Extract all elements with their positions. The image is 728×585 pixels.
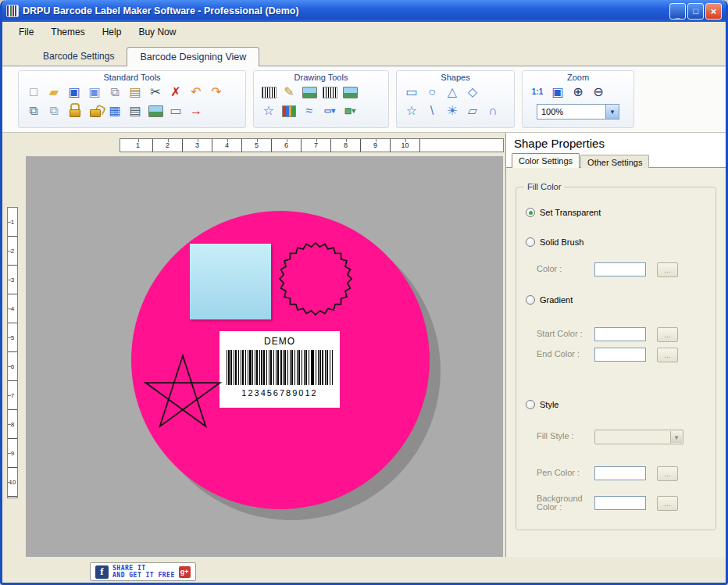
radio-style[interactable] (526, 400, 535, 409)
shape-ellipse-icon[interactable]: ○ (422, 83, 442, 102)
facebook-icon[interactable]: f (95, 565, 109, 579)
radio-gradient[interactable] (526, 295, 535, 305)
blue-square-shape[interactable] (190, 244, 271, 319)
start-color-input[interactable] (594, 327, 646, 341)
unlock-icon[interactable] (84, 102, 105, 120)
menu-help[interactable]: Help (94, 24, 130, 40)
ruler-mark-10: 10 (8, 468, 17, 497)
minimize-button-icon[interactable]: _ (669, 3, 686, 20)
panel-tab-other-settings[interactable]: Other Settings (580, 155, 649, 168)
new-document-icon[interactable]: □ (23, 83, 44, 102)
save-icon[interactable]: ▣ (64, 83, 84, 102)
undo-icon[interactable]: ↶ (186, 83, 206, 102)
background-color-input[interactable] (594, 496, 646, 510)
copy-page-icon[interactable]: ⧉ (23, 102, 44, 120)
image-tool-icon[interactable] (299, 83, 319, 102)
open-folder-icon[interactable]: ▰ (44, 83, 64, 102)
end-color-browse-button[interactable]: ... (657, 348, 678, 362)
maximize-button-icon[interactable]: □ (687, 3, 704, 20)
data-list-icon[interactable]: ▤ (125, 102, 145, 120)
star-tool-icon[interactable]: ☆ (259, 102, 279, 120)
shape-diamond-icon[interactable]: ◇ (462, 83, 483, 102)
option-gradient[interactable]: Gradient (526, 295, 573, 305)
color-browse-button[interactable]: ... (657, 262, 678, 277)
zoom-level-value: 100% (537, 107, 605, 116)
menu-buy-now[interactable]: Buy Now (130, 24, 184, 40)
save-as-icon[interactable]: ▣ (84, 83, 105, 102)
copy-icon[interactable]: ⧉ (105, 83, 125, 102)
dropdown-arrow-icon[interactable]: ▾ (605, 105, 619, 119)
googleplus-icon[interactable]: g+ (179, 566, 191, 578)
dropdown-arrow-icon[interactable]: ▾ (670, 431, 682, 443)
print-icon[interactable]: ▭ (166, 102, 186, 120)
menu-file[interactable]: File (10, 24, 42, 40)
shape-arc-icon[interactable]: ∩ (483, 102, 503, 120)
zoom-in-icon[interactable]: ⊕ (568, 83, 588, 102)
toolbar: Standard Tools□▰▣▣⧉▤✂✗↶↷⧉⧉▦▤▭→Drawing To… (2, 66, 726, 133)
pen-color-browse-button[interactable]: ... (657, 466, 678, 481)
end-color-input[interactable] (594, 348, 646, 362)
grid-icon[interactable]: ▦ (105, 102, 125, 120)
duplicate-icon[interactable]: ⧉ (44, 102, 64, 120)
ruler-mark-5: 5 (242, 139, 272, 152)
shape-triangle-icon[interactable]: △ (442, 83, 462, 102)
shape-starburst-icon[interactable]: ☀ (442, 102, 462, 120)
start-color-field-row: Start Color : ... (516, 327, 716, 344)
shape-polygon-icon[interactable]: ▱ (462, 102, 483, 120)
option-solid-brush[interactable]: Solid Brush (526, 237, 583, 247)
fill-style-select[interactable]: ▾ (594, 430, 683, 444)
shape-line-icon[interactable]: \ (422, 102, 442, 120)
fill-color-group: Fill Color Set Transparent Solid Brush C… (516, 187, 716, 530)
picture-tool-icon[interactable] (340, 83, 360, 102)
toolbar-group-title: Shapes (400, 73, 511, 82)
close-button-icon[interactable]: × (705, 3, 722, 20)
barcode-title-text: DEMO (219, 336, 340, 347)
background-color-field-row: Background Color : ... (516, 492, 716, 515)
option-set-transparent[interactable]: Set Transparent (526, 208, 601, 217)
option-label: Style (540, 400, 558, 409)
wave-tool-icon[interactable]: ≈ (299, 102, 319, 120)
color-input[interactable] (594, 262, 646, 276)
design-canvas[interactable]: DEMO 123456789012 (26, 156, 503, 557)
ruler-mark-9: 9 (361, 139, 391, 152)
pen-color-input[interactable] (594, 466, 646, 480)
star-shape[interactable] (143, 353, 223, 437)
exit-icon[interactable]: → (186, 102, 206, 120)
zoom-level-select[interactable]: 100%▾ (537, 104, 619, 119)
cut-icon[interactable]: ✂ (145, 83, 166, 102)
paste-icon[interactable]: ▤ (125, 83, 145, 102)
tab-barcode-designing-view[interactable]: Barcode Designing View (127, 47, 259, 66)
color-bars-icon[interactable] (279, 102, 299, 120)
shape-dropdown-icon[interactable]: ▭▾ (319, 102, 340, 120)
delete-icon[interactable]: ✗ (166, 83, 186, 102)
image-dropdown-icon[interactable]: ▧▾ (340, 102, 360, 120)
panel-tab-color-settings[interactable]: Color Settings (512, 153, 580, 168)
background-color-browse-button[interactable]: ... (657, 496, 678, 511)
toolbar-row: 1:1▣⊕⊖ (526, 83, 630, 102)
radio-solid-brush[interactable] (526, 237, 535, 247)
zoom-out-icon[interactable]: ⊖ (588, 83, 608, 102)
barcode-label[interactable]: DEMO 123456789012 (219, 331, 340, 408)
scalloped-circle-shape[interactable] (277, 241, 354, 317)
shape-star-icon[interactable]: ☆ (401, 102, 422, 120)
zoom-one-to-one-icon[interactable]: 1:1 (527, 83, 548, 102)
shape-rounded-rect-icon[interactable]: ▭ (401, 83, 422, 102)
menu-themes[interactable]: Themes (42, 24, 93, 40)
export-image-icon[interactable] (145, 102, 166, 120)
tab-barcode-settings[interactable]: Barcode Settings (30, 47, 127, 66)
redo-icon[interactable]: ↷ (206, 83, 227, 102)
pencil-icon[interactable]: ✎ (279, 83, 299, 102)
option-label: Gradient (540, 295, 573, 305)
color-field-row: Color : ... (516, 262, 716, 280)
barcode-generator-icon[interactable] (319, 83, 340, 102)
title-bar[interactable]: DRPU Barcode Label Maker Software - Prof… (2, 0, 726, 22)
start-color-browse-button[interactable]: ... (657, 327, 678, 342)
option-style[interactable]: Style (526, 400, 558, 409)
toolbar-group-drawing-tools: Drawing Tools✎☆≈▭▾▧▾ (253, 70, 389, 128)
lock-icon[interactable] (64, 102, 84, 120)
share-widget[interactable]: f SHARE IT AND GET IT FREE g+ (90, 562, 196, 581)
ruler-mark-8: 8 (331, 139, 361, 152)
zoom-fit-icon[interactable]: ▣ (548, 83, 568, 102)
radio-set-transparent[interactable] (526, 208, 535, 217)
barcode-edit-icon[interactable] (259, 83, 279, 102)
